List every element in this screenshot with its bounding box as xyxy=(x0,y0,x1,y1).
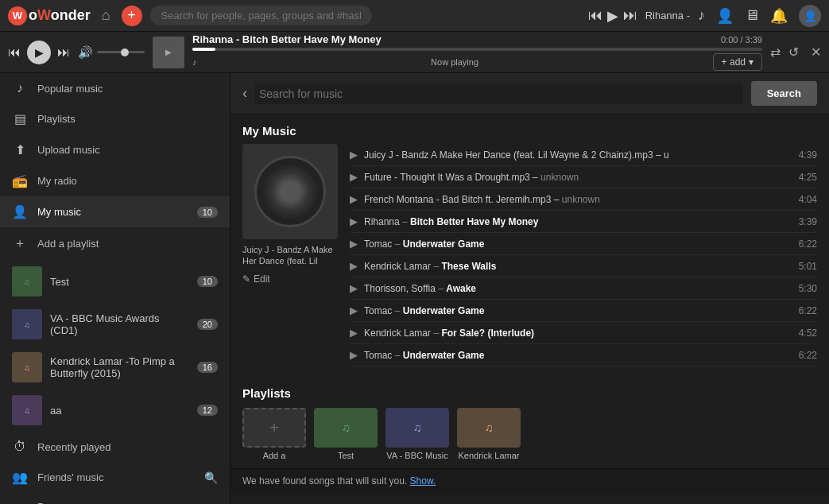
sidebar-item-popular-music[interactable]: ♪ Popular music xyxy=(0,73,230,103)
playlist-card-add[interactable]: + Add a xyxy=(242,408,306,460)
track-text: Thorisson, Soffia – Awake xyxy=(364,283,783,294)
progress-bar[interactable] xyxy=(192,48,762,51)
my-music-badge: 10 xyxy=(197,207,218,218)
track-play-icon[interactable]: ▶ xyxy=(350,193,358,205)
album-disc xyxy=(254,156,326,227)
repeat-button[interactable]: ↺ xyxy=(788,45,799,60)
close-player-button[interactable]: ✕ xyxy=(811,45,821,60)
playlist-info-va: VA - BBC Music Awards (CD1) xyxy=(50,312,189,336)
track-play-icon[interactable]: ▶ xyxy=(350,149,358,161)
desktop-icon[interactable]: 🖥 xyxy=(745,7,759,24)
track-row[interactable]: ▶Thorisson, Soffia – Awake5:30 xyxy=(350,277,817,300)
sidebar-item-my-music[interactable]: 👤 My music 10 xyxy=(0,196,230,227)
playlist-badge-aa: 12 xyxy=(197,405,218,416)
track-duration: 3:39 xyxy=(789,216,817,227)
upload-icon: ⬆ xyxy=(12,142,28,157)
track-play-icon[interactable]: ▶ xyxy=(350,171,358,183)
sidebar-label-demo-user: DemoUser xyxy=(37,501,192,504)
rewind-icon[interactable]: ⏮ xyxy=(588,7,602,24)
playlist-card-test[interactable]: ♫ Test xyxy=(314,408,378,460)
track-duration: 6:22 xyxy=(789,350,817,361)
track-row[interactable]: ▶Future - Thought It Was a Drought.mp3 –… xyxy=(350,166,817,188)
bell-icon[interactable]: 🔔 xyxy=(770,7,788,25)
sidebar-item-playlists[interactable]: ▤ Playlists xyxy=(0,103,230,134)
search-button[interactable]: Search xyxy=(751,81,817,106)
show-link[interactable]: Show. xyxy=(410,475,436,487)
create-button[interactable]: + xyxy=(122,6,142,26)
album-cover xyxy=(242,144,338,239)
sidebar-label-popular-music: Popular music xyxy=(37,83,218,95)
prev-button[interactable]: ⏮ xyxy=(8,45,21,60)
play-button[interactable]: ▶ xyxy=(27,41,51,64)
sidebar-item-add-playlist[interactable]: ＋ Add a playlist xyxy=(0,227,230,260)
playlist-name-test: Test xyxy=(50,276,189,288)
play-pause-icon[interactable]: ▶ xyxy=(607,7,618,25)
shuffle-button[interactable]: ⇄ xyxy=(770,45,781,60)
playlist-card-va[interactable]: ♫ VA - BBC Music xyxy=(385,408,449,460)
track-text: Juicy J - Bandz A Make Her Dance (feat. … xyxy=(364,149,783,161)
track-row[interactable]: ▶Kendrick Lamar – These Walls5:01 xyxy=(350,255,817,277)
playlist-thumb-va: ♫ xyxy=(12,309,42,339)
featured-album: Juicy J - Bandz A Make Her Dance (feat. … xyxy=(242,144,338,366)
track-play-icon[interactable]: ▶ xyxy=(350,215,358,227)
playlist-item-test[interactable]: ♫ Test 10 xyxy=(0,260,230,303)
sidebar-item-upload-music[interactable]: ⬆ Upload music xyxy=(0,134,230,165)
track-row[interactable]: ▶French Montana - Bad Bitch ft. Jeremih.… xyxy=(350,188,817,211)
main-layout: ♪ Popular music ▤ Playlists ⬆ Upload mus… xyxy=(0,73,829,504)
music-note-icon: ♪ xyxy=(698,7,705,24)
playlist-card-label-va: VA - BBC Music xyxy=(385,451,449,460)
playlist-cards: + Add a ♫ Test ♫ VA - BBC Music xyxy=(242,408,817,460)
nav-track-name: Rihanna - xyxy=(645,10,690,21)
playlist-card-kendrick[interactable]: ♫ Kendrick Lamar xyxy=(457,408,521,460)
radio-icon: 📻 xyxy=(12,173,28,188)
friends-icon: 👥 xyxy=(12,470,28,485)
playlist-item-aa[interactable]: ♫ aa 12 xyxy=(0,389,230,432)
back-button[interactable]: ‹ xyxy=(242,85,247,102)
sidebar-label-upload-music: Upload music xyxy=(37,144,218,156)
fast-forward-icon[interactable]: ⏭ xyxy=(623,7,637,24)
sidebar-item-my-radio[interactable]: 📻 My radio xyxy=(0,165,230,196)
edit-album-button[interactable]: ✎ Edit xyxy=(242,273,270,285)
friends-search-icon[interactable]: 🔍 xyxy=(204,471,218,484)
track-play-icon[interactable]: ▶ xyxy=(350,304,358,316)
track-text: Tomac – Underwater Game xyxy=(364,305,783,316)
home-button[interactable]: ⌂ xyxy=(99,4,114,27)
track-play-icon[interactable]: ▶ xyxy=(350,327,358,339)
playlists-icon: ▤ xyxy=(12,111,28,126)
track-row[interactable]: ▶Tomac – Underwater Game6:22 xyxy=(350,233,817,255)
track-play-icon[interactable]: ▶ xyxy=(350,260,358,272)
volume-icon[interactable]: 🔊 xyxy=(78,45,93,60)
playlist-badge-kendrick: 16 xyxy=(197,362,218,373)
clock-icon: ⏱ xyxy=(12,440,28,454)
add-to-playlist-button[interactable]: + add ▾ xyxy=(713,53,762,71)
player-controls: ⏮ ▶ ⏭ xyxy=(8,41,70,64)
track-row[interactable]: ▶Juicy J - Bandz A Make Her Dance (feat.… xyxy=(350,144,817,166)
pencil-icon: ✎ xyxy=(242,273,250,285)
track-play-icon[interactable]: ▶ xyxy=(350,349,358,361)
track-duration: 6:22 xyxy=(789,238,817,250)
playlist-name-kendrick: Kendrick Lamar -To Pimp a Butterfly (201… xyxy=(50,355,189,379)
track-row[interactable]: ▶Tomac – Underwater Game6:22 xyxy=(350,300,817,322)
track-row[interactable]: ▶Rihanna – Bitch Better Have My Money3:3… xyxy=(350,211,817,233)
progress-section: Rihanna - Bitch Better Have My Money 0:0… xyxy=(192,33,762,71)
sidebar-item-recently-played[interactable]: ⏱ Recently played xyxy=(0,432,230,462)
track-row[interactable]: ▶Kendrick Lamar – For Sale? (Interlude)4… xyxy=(350,322,817,344)
sidebar-label-add-playlist: Add a playlist xyxy=(37,238,218,250)
playlist-badge-test: 10 xyxy=(197,276,218,287)
logo-w: W xyxy=(8,6,27,25)
profile-icon[interactable]: 👤 xyxy=(716,7,734,25)
track-play-icon[interactable]: ▶ xyxy=(350,282,358,294)
sidebar-item-demo-user[interactable]: 👤 DemoUser 1 xyxy=(0,493,230,504)
track-play-icon[interactable]: ▶ xyxy=(350,238,358,250)
search-bar-row: ‹ Search xyxy=(230,73,829,114)
search-music-input[interactable] xyxy=(255,83,743,104)
sidebar-item-friends-music[interactable]: 👥 Friends' music 🔍 xyxy=(0,462,230,493)
progress-fill xyxy=(192,48,215,51)
playlist-item-kendrick[interactable]: ♫ Kendrick Lamar -To Pimp a Butterfly (2… xyxy=(0,346,230,389)
playlist-item-va[interactable]: ♫ VA - BBC Music Awards (CD1) 20 xyxy=(0,303,230,346)
track-row[interactable]: ▶Tomac – Underwater Game6:22 xyxy=(350,344,817,366)
volume-slider[interactable] xyxy=(97,51,145,53)
nav-search-input[interactable] xyxy=(150,6,373,25)
next-button[interactable]: ⏭ xyxy=(57,45,70,60)
avatar[interactable]: 👤 xyxy=(799,5,821,27)
